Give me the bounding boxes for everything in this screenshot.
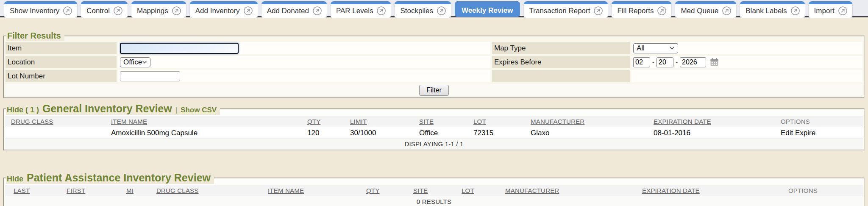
hide-patient-link[interactable]: Hide [7, 175, 23, 184]
hide-general-link[interactable]: Hide ( 1 ) [7, 106, 39, 114]
external-link-icon[interactable] [63, 6, 72, 16]
tab-label: Transaction Report [529, 6, 590, 15]
tab-mappings[interactable]: Mappings [131, 1, 186, 18]
tab-accent-bar [190, 1, 258, 4]
tab-transaction-report[interactable]: Transaction Report [524, 1, 608, 18]
filter-button[interactable]: Filter [419, 85, 449, 96]
tab-stockpiles[interactable]: Stockpiles [395, 1, 451, 18]
filter-results-section: Filter Results Item Map Type All Locatio… [3, 31, 865, 98]
tab-label: Weekly Review [462, 6, 513, 15]
external-link-icon[interactable] [593, 6, 603, 16]
tab-accent-bar [809, 1, 852, 4]
expires-month-input[interactable] [633, 57, 650, 67]
tab-add-donated[interactable]: Add Donated [262, 1, 327, 18]
cell-item-name: Amoxicillin 500mg Capsule [111, 129, 307, 137]
lot-number-label: Lot Number [6, 70, 117, 82]
cell-site: Office [419, 129, 473, 137]
tab-label: PAR Levels [336, 6, 373, 15]
item-input[interactable] [120, 43, 239, 54]
table-row: Amoxicillin 500mg Capsule 120 30/1000 Of… [5, 127, 863, 139]
tab-label: Stockpiles [400, 6, 433, 15]
expires-before-label: Expires Before [492, 56, 630, 68]
tab-accent-bar [4, 1, 77, 4]
general-paging-status: DISPLAYING 1-1 / 1 [5, 139, 863, 149]
calendar-icon[interactable] [710, 58, 719, 67]
empty-label-cell [492, 70, 630, 82]
map-type-cell: All [632, 42, 862, 54]
col-options: OPTIONS [781, 118, 863, 125]
col-last[interactable]: LAST [14, 187, 67, 194]
tab-fill-reports[interactable]: Fill Reports [612, 1, 671, 18]
filter-results-legend: Filter Results [6, 31, 64, 41]
date-separator: - [652, 58, 654, 66]
col-options: OPTIONS [788, 187, 863, 194]
col-site[interactable]: SITE [413, 187, 462, 194]
col-manufacturer[interactable]: MANUFACTURER [505, 187, 642, 194]
external-link-icon[interactable] [172, 6, 181, 16]
tab-label: Mappings [137, 6, 168, 15]
col-manufacturer[interactable]: MANUFACTURER [531, 118, 654, 125]
location-label: Location [6, 56, 117, 68]
tab-par-levels[interactable]: PAR Levels [331, 1, 391, 18]
empty-input-cell [632, 70, 862, 82]
cell-limit: 30/1000 [350, 129, 419, 137]
tab-weekly-review[interactable]: Weekly Review [455, 1, 520, 17]
col-lot[interactable]: LOT [473, 118, 531, 125]
date-separator: - [676, 58, 678, 66]
tab-accent-bar [524, 1, 608, 4]
tab-label: Show Inventory [10, 6, 59, 15]
tab-add-inventory[interactable]: Add Inventory [190, 1, 258, 18]
col-limit[interactable]: LIMIT [350, 118, 419, 125]
filter-grid: Item Map Type All Location Office Expire… [6, 42, 862, 96]
external-link-icon[interactable] [657, 6, 667, 16]
top-nav: Show Inventory Control Mappings Add Inve… [0, 0, 868, 17]
col-qty[interactable]: QTY [366, 187, 413, 194]
col-expiration-date[interactable]: EXPIRATION DATE [654, 118, 781, 125]
tab-accent-bar [675, 1, 736, 4]
cell-lot: 72315 [473, 129, 531, 137]
cell-manufacturer: Glaxo [531, 129, 654, 137]
location-select[interactable]: Office [120, 57, 150, 67]
patient-table-header: LAST FIRST MI DRUG CLASS ITEM NAME QTY S… [5, 185, 863, 196]
col-lot[interactable]: LOT [462, 187, 505, 194]
tab-accent-bar [395, 1, 451, 4]
external-link-icon[interactable] [790, 6, 800, 16]
tab-label: Blank Labels [746, 6, 787, 15]
external-link-icon[interactable] [243, 6, 253, 16]
col-qty[interactable]: QTY [307, 118, 350, 125]
col-item-name[interactable]: ITEM NAME [111, 118, 307, 125]
edit-expire-links[interactable]: Edit Expire [781, 129, 863, 137]
col-drug-class[interactable]: DRUG CLASS [11, 118, 111, 125]
tab-show-inventory[interactable]: Show Inventory [4, 1, 77, 18]
external-link-icon[interactable] [437, 6, 446, 16]
external-link-icon[interactable] [838, 6, 848, 16]
tab-label: Add Inventory [195, 6, 240, 15]
map-type-label: Map Type [492, 42, 630, 54]
tab-accent-bar [455, 1, 520, 4]
tab-import[interactable]: Import [809, 1, 852, 18]
expires-year-input[interactable] [680, 57, 706, 67]
lot-number-cell [118, 70, 490, 82]
lot-number-input[interactable] [120, 71, 180, 81]
col-site[interactable]: SITE [419, 118, 473, 125]
col-expiration-date[interactable]: EXPIRATION DATE [642, 187, 788, 194]
tab-med-queue[interactable]: Med Queue [675, 1, 736, 18]
col-mi[interactable]: MI [126, 187, 156, 194]
tab-accent-bar [612, 1, 671, 4]
expires-before-cell: - - [632, 56, 862, 68]
external-link-icon[interactable] [376, 6, 386, 16]
item-label: Item [6, 42, 117, 54]
external-link-icon[interactable] [722, 6, 732, 16]
col-first[interactable]: FIRST [67, 187, 126, 194]
external-link-icon[interactable] [312, 6, 322, 16]
general-inventory-section: Hide ( 1 ) General Inventory Review | Sh… [3, 103, 865, 150]
tab-control[interactable]: Control [81, 1, 128, 18]
map-type-select[interactable]: All [633, 43, 678, 53]
tab-blank-labels[interactable]: Blank Labels [740, 1, 804, 18]
col-item-name[interactable]: ITEM NAME [268, 187, 366, 194]
expires-day-input[interactable] [657, 57, 673, 67]
show-csv-link[interactable]: Show CSV [181, 106, 217, 114]
col-drug-class[interactable]: DRUG CLASS [156, 187, 268, 194]
general-table-header: DRUG CLASS ITEM NAME QTY LIMIT SITE LOT … [5, 116, 863, 127]
external-link-icon[interactable] [113, 6, 123, 16]
